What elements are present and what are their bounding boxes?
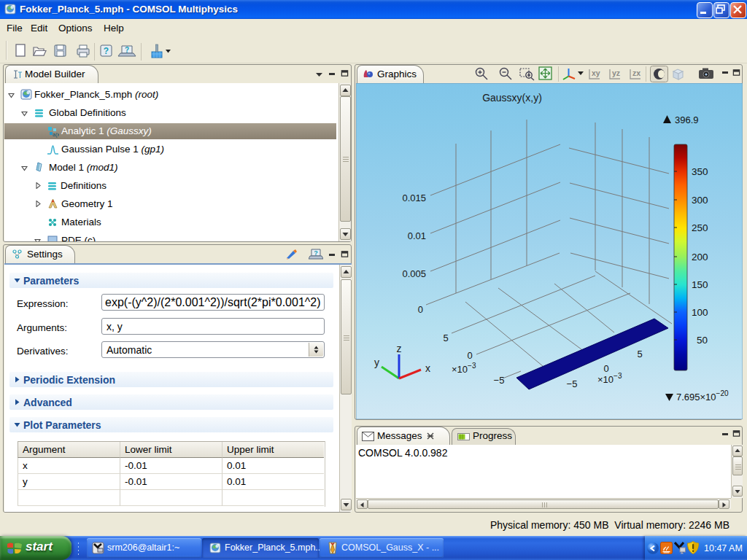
svg-text:250: 250 (692, 222, 708, 233)
svg-text:z: z (397, 343, 402, 354)
svg-text:5: 5 (443, 332, 448, 343)
svg-text:350: 350 (692, 166, 708, 177)
svg-text:5: 5 (637, 349, 642, 359)
svg-text:zx: zx (632, 69, 640, 77)
svg-text:300: 300 (692, 195, 708, 206)
svg-text:0.015: 0.015 (402, 192, 426, 203)
svg-text:50: 50 (697, 335, 708, 346)
svg-text:0: 0 (603, 363, 608, 374)
svg-text:a(x): a(x) (53, 132, 59, 138)
svg-text:xy: xy (592, 69, 600, 77)
svg-text:−5: −5 (494, 375, 505, 386)
svg-text:?: ? (104, 46, 109, 56)
svg-text:0: 0 (467, 350, 472, 361)
svg-text:?: ? (125, 46, 129, 54)
svg-text:−5: −5 (567, 378, 578, 389)
svg-text:x: x (425, 362, 430, 374)
svg-text:0.01: 0.01 (408, 230, 426, 241)
svg-text:396.9: 396.9 (675, 114, 699, 125)
svg-text:150: 150 (692, 279, 708, 290)
svg-text:y: y (374, 357, 379, 368)
svg-text:yz: yz (612, 69, 620, 77)
svg-text:0.005: 0.005 (402, 268, 426, 279)
svg-text:100: 100 (692, 307, 708, 318)
svg-text:Gaussxy(x,y): Gaussxy(x,y) (482, 92, 542, 104)
svg-text:200: 200 (692, 252, 708, 262)
svg-text:0: 0 (418, 304, 423, 315)
